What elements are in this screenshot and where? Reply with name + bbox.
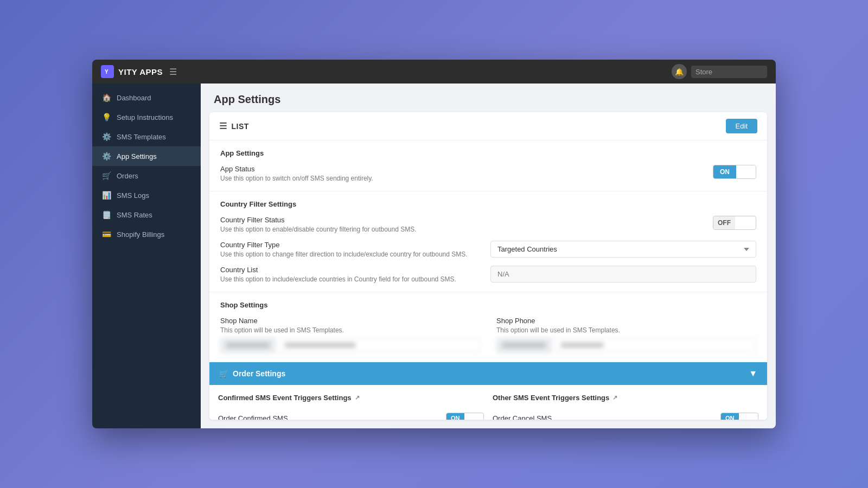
toggle-off-btn[interactable] <box>736 165 756 178</box>
country-filter-status-title: Country Filter Status <box>220 216 470 224</box>
sidebar-item-label: SMS Rates <box>117 211 152 219</box>
country-filter-title: Country Filter Settings <box>220 200 756 208</box>
cart-icon: 🛒 <box>219 369 228 378</box>
country-filter-status-desc: Use this option to enable/disable countr… <box>220 226 470 233</box>
sidebar-item-sms-logs[interactable]: 📊 SMS Logs <box>92 185 201 205</box>
hamburger-icon[interactable]: ☰ <box>169 67 177 77</box>
order-settings-body: Confirmed SMS Event Triggers Settings ↗ … <box>209 385 767 420</box>
shop-phone-field: Shop Phone This option will be used in S… <box>496 317 756 353</box>
country-list-title: Country List <box>220 266 470 274</box>
sidebar-item-setup[interactable]: 💡 Setup Instructions <box>92 107 201 127</box>
main-card: ☰ LIST Edit App Settings App Status Use … <box>209 112 767 420</box>
billings-icon: 💳 <box>102 230 111 239</box>
shop-phone-input-row: XXXXXXXXXX <box>496 337 756 353</box>
svg-text:Y: Y <box>105 69 108 75</box>
sidebar-item-billings[interactable]: 💳 Shopify Billings <box>92 224 201 244</box>
country-filter-type-row: Country Filter Type Use this option to c… <box>220 241 756 258</box>
country-filter-status-control: OFF <box>713 216 756 230</box>
shop-name-input-row: XXXXXXXXXX <box>220 337 480 353</box>
app-status-toggle[interactable]: ON <box>713 165 756 179</box>
country-filter-type-desc: Use this option to change filter directi… <box>220 251 470 258</box>
card-header: ☰ LIST Edit <box>209 112 767 140</box>
country-filter-section: Country Filter Settings Country Filter S… <box>209 191 767 292</box>
toggle-on-btn[interactable]: ON <box>713 165 736 178</box>
notification-icon[interactable]: 🔔 <box>672 64 687 79</box>
shop-name-prefix: XXXXXXXXXX <box>220 338 276 353</box>
sidebar-item-label: App Settings <box>117 152 157 160</box>
app-settings-icon: ⚙️ <box>102 152 111 160</box>
shop-name-field: Shop Name This option will be used in SM… <box>220 317 480 353</box>
country-filter-status-row: Country Filter Status Use this option to… <box>220 216 756 233</box>
confirmed-col-title: Confirmed SMS Event Triggers Settings ↗ <box>218 394 484 402</box>
country-filter-type-select[interactable]: Targeted Countries Excluded Countries <box>490 241 756 258</box>
sidebar-item-label: Orders <box>117 172 138 180</box>
small-toggle-on[interactable]: ON <box>446 413 464 420</box>
order-settings-header[interactable]: 🛒 Order Settings ▼ <box>209 362 767 385</box>
country-filter-status-label: Country Filter Status Use this option to… <box>220 216 470 233</box>
topbar: Y YITY APPS ☰ 🔔 Store <box>92 60 776 84</box>
sidebar-item-app-settings[interactable]: ⚙️ App Settings <box>92 146 201 166</box>
lightbulb-icon: 💡 <box>102 113 111 121</box>
shop-row: Shop Name This option will be used in SM… <box>220 317 756 353</box>
order-cancel-label: Order Cancel SMS <box>493 414 552 420</box>
store-selector[interactable]: Store <box>691 66 767 78</box>
sidebar-item-label: Shopify Billings <box>117 230 164 239</box>
shop-phone-desc: This option will be used in SMS Template… <box>496 326 756 334</box>
toggle-off-active[interactable]: OFF <box>713 216 735 229</box>
order-settings-card: 🛒 Order Settings ▼ Confirmed SMS Event T… <box>209 362 767 420</box>
order-cancel-toggle-off[interactable] <box>739 413 748 420</box>
shop-phone-prefix: XXXXXXXXXX <box>496 338 552 353</box>
external-link-icon-2: ↗ <box>612 394 617 401</box>
sidebar-item-label: SMS Templates <box>117 133 166 141</box>
country-list-desc: Use this option to include/exclude count… <box>220 275 470 283</box>
sidebar-item-dashboard[interactable]: 🏠 Dashboard <box>92 88 201 107</box>
shop-phone-title: Shop Phone <box>496 317 756 325</box>
topbar-right: 🔔 Store <box>672 64 767 79</box>
country-list-label: Country List Use this option to include/… <box>220 266 470 283</box>
edit-button[interactable]: Edit <box>726 119 757 133</box>
sidebar-item-label: Setup Instructions <box>117 113 173 121</box>
country-list-control <box>490 266 756 282</box>
external-link-icon: ↗ <box>355 394 360 401</box>
page-header: App Settings <box>201 84 776 112</box>
order-confirmed-sms-row: Order Confirmed SMS ON <box>218 408 484 420</box>
order-cancel-toggle[interactable]: ON <box>720 413 758 420</box>
app-status-control: ON <box>713 165 756 179</box>
dashboard-icon: 🏠 <box>102 93 111 102</box>
app-title: YITY APPS <box>118 67 163 76</box>
sidebar-item-orders[interactable]: 🛒 Orders <box>92 166 201 185</box>
shop-name-input[interactable] <box>279 337 480 353</box>
country-filter-toggle[interactable]: OFF <box>713 216 756 230</box>
list-header: ☰ LIST <box>219 121 249 131</box>
order-cancel-toggle-on[interactable]: ON <box>721 413 739 420</box>
app-status-row: App Status Use this option to switch on/… <box>220 165 756 182</box>
country-filter-type-title: Country Filter Type <box>220 241 470 249</box>
small-toggle-off[interactable] <box>464 413 473 420</box>
country-filter-type-control: Targeted Countries Excluded Countries <box>490 241 756 258</box>
chevron-down-icon: ▼ <box>749 369 757 378</box>
shop-phone-input[interactable] <box>555 337 756 353</box>
country-list-row: Country List Use this option to include/… <box>220 266 756 283</box>
sms-rates-icon: 🗒️ <box>102 210 111 219</box>
shop-name-desc: This option will be used in SMS Template… <box>220 326 480 334</box>
app-status-title: App Status <box>220 165 470 173</box>
app-status-label: App Status Use this option to switch on/… <box>220 165 470 182</box>
app-settings-title: App Settings <box>220 149 756 157</box>
app-settings-section: App Settings App Status Use this option … <box>209 140 767 191</box>
app-status-desc: Use this option to switch on/off SMS sen… <box>220 175 470 182</box>
order-cancel-sms-row: Order Cancel SMS ON <box>493 408 758 420</box>
logo: Y YITY APPS <box>101 65 163 78</box>
other-col-title: Other SMS Event Triggers Settings ↗ <box>493 394 758 402</box>
order-confirmed-toggle[interactable]: ON <box>446 413 484 420</box>
sidebar-item-label: Dashboard <box>117 94 151 102</box>
sidebar-item-sms-rates[interactable]: 🗒️ SMS Rates <box>92 205 201 224</box>
sidebar-item-sms-templates[interactable]: ⚙️ SMS Templates <box>92 127 201 146</box>
confirmed-col: Confirmed SMS Event Triggers Settings ↗ … <box>218 394 484 420</box>
sms-templates-icon: ⚙️ <box>102 132 111 141</box>
list-label: LIST <box>232 122 249 131</box>
sidebar-item-label: SMS Logs <box>117 191 149 200</box>
logo-icon: Y <box>101 65 114 78</box>
orders-icon: 🛒 <box>102 171 111 180</box>
country-list-input[interactable] <box>490 266 756 282</box>
sidebar: 🏠 Dashboard 💡 Setup Instructions ⚙️ SMS … <box>92 84 201 428</box>
